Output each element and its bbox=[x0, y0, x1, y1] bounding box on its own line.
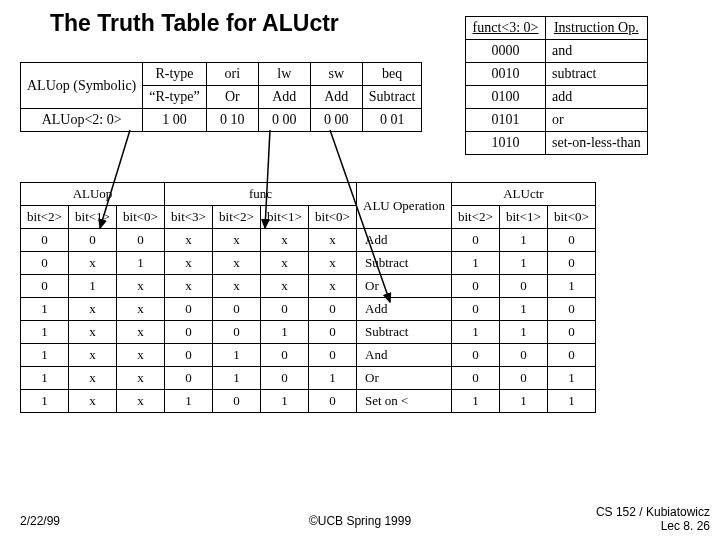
t1-r2-1: Or bbox=[206, 86, 258, 109]
table-cell: x bbox=[165, 275, 213, 298]
funct-table: funct<3: 0> Instruction Op. 0000and 0010… bbox=[465, 16, 648, 155]
table-cell: 0 bbox=[165, 298, 213, 321]
table-cell: x bbox=[309, 252, 357, 275]
t2-r3c0: 0101 bbox=[466, 109, 546, 132]
table-cell: 1 bbox=[547, 390, 595, 413]
t3-sh-9: bit<1> bbox=[499, 206, 547, 229]
table-cell: 0 bbox=[213, 321, 261, 344]
t1-c1: ori bbox=[206, 63, 258, 86]
table-cell: x bbox=[213, 275, 261, 298]
table-cell: 1 bbox=[165, 390, 213, 413]
table-cell: 0 bbox=[165, 367, 213, 390]
table-cell: 0 bbox=[309, 321, 357, 344]
table-cell: 0 bbox=[451, 298, 499, 321]
table-cell: x bbox=[261, 229, 309, 252]
t2-r2c0: 0100 bbox=[466, 86, 546, 109]
table-row: 1xx1010Set on <111 bbox=[21, 390, 596, 413]
table-cell: x bbox=[261, 275, 309, 298]
table-cell: x bbox=[165, 229, 213, 252]
table-cell: 0 bbox=[309, 298, 357, 321]
footer-right-l2: Lec 8. 26 bbox=[661, 519, 710, 533]
table-cell: 1 bbox=[117, 252, 165, 275]
table-cell: 0 bbox=[499, 367, 547, 390]
table-cell: x bbox=[117, 390, 165, 413]
table-row: 1xx0010Subtract110 bbox=[21, 321, 596, 344]
table-cell: 0 bbox=[451, 275, 499, 298]
t2-h1: Instruction Op. bbox=[546, 17, 648, 40]
t3-sh-6: bit<0> bbox=[309, 206, 357, 229]
t2-h1-txt: Instruction Op. bbox=[554, 20, 639, 35]
t1-r2-4: Subtract bbox=[362, 86, 422, 109]
table-cell: 1 bbox=[21, 344, 69, 367]
aluop-symbolic-table: ALUop (Symbolic) R-type ori lw sw beq “R… bbox=[20, 62, 422, 132]
t3-gh-aluctr: ALUctr bbox=[451, 183, 595, 206]
table-cell: x bbox=[69, 344, 117, 367]
t1-r3-3: 0 00 bbox=[310, 109, 362, 132]
t1-r3-0: 1 00 bbox=[143, 109, 207, 132]
table-cell: 0 bbox=[451, 344, 499, 367]
t1-rl0: ALUop (Symbolic) bbox=[27, 78, 136, 93]
table-cell: Or bbox=[357, 275, 452, 298]
table-cell: x bbox=[213, 252, 261, 275]
table-cell: x bbox=[117, 298, 165, 321]
table-cell: 0 bbox=[499, 275, 547, 298]
table-cell: 1 bbox=[213, 367, 261, 390]
table-cell: 1 bbox=[451, 321, 499, 344]
table-cell: x bbox=[69, 252, 117, 275]
table-cell: 1 bbox=[451, 252, 499, 275]
table-cell: x bbox=[69, 321, 117, 344]
t2-h0-txt: funct<3: 0> bbox=[473, 20, 539, 35]
table-cell: x bbox=[213, 229, 261, 252]
table-cell: 0 bbox=[69, 229, 117, 252]
t2-r4c0: 1010 bbox=[466, 132, 546, 155]
table-row: 1xx0101Or001 bbox=[21, 367, 596, 390]
table-row: 1xx0100And000 bbox=[21, 344, 596, 367]
table-cell: x bbox=[165, 252, 213, 275]
table-cell: 1 bbox=[547, 367, 595, 390]
table-cell: 1 bbox=[547, 275, 595, 298]
table-cell: 1 bbox=[261, 321, 309, 344]
table-cell: x bbox=[309, 229, 357, 252]
table-cell: 0 bbox=[261, 298, 309, 321]
table-cell: 0 bbox=[547, 252, 595, 275]
t2-r0c0: 0000 bbox=[466, 40, 546, 63]
table-cell: 1 bbox=[69, 275, 117, 298]
table-row: 000xxxxAdd010 bbox=[21, 229, 596, 252]
t2-r3c1: or bbox=[546, 109, 648, 132]
table-cell: x bbox=[117, 344, 165, 367]
table-cell: 0 bbox=[309, 344, 357, 367]
table-cell: 1 bbox=[21, 367, 69, 390]
table-cell: 1 bbox=[261, 390, 309, 413]
t1-r3-4: 0 01 bbox=[362, 109, 422, 132]
table-cell: 1 bbox=[21, 298, 69, 321]
t3-gh-aluoper: ALU Operation bbox=[357, 183, 452, 229]
t2-r4c1: set-on-less-than bbox=[546, 132, 648, 155]
table-cell: 0 bbox=[165, 321, 213, 344]
table-cell: 0 bbox=[21, 275, 69, 298]
table-cell: 0 bbox=[451, 229, 499, 252]
t2-r1c0: 0010 bbox=[466, 63, 546, 86]
t1-c2: lw bbox=[258, 63, 310, 86]
table-cell: Add bbox=[357, 298, 452, 321]
table-cell: 0 bbox=[213, 390, 261, 413]
truth-table: ALUop func ALU Operation ALUctr bit<2> b… bbox=[20, 182, 596, 413]
t2-r1c1: subtract bbox=[546, 63, 648, 86]
t3-sh-0: bit<2> bbox=[21, 206, 69, 229]
t3-sh-2: bit<0> bbox=[117, 206, 165, 229]
t3-gh-func: func bbox=[165, 183, 357, 206]
table-cell: 1 bbox=[499, 252, 547, 275]
table-cell: 0 bbox=[547, 298, 595, 321]
table-row: 1xx0000Add010 bbox=[21, 298, 596, 321]
table-cell: 0 bbox=[261, 344, 309, 367]
table-cell: Subtract bbox=[357, 321, 452, 344]
table-cell: 0 bbox=[499, 344, 547, 367]
table-cell: 1 bbox=[21, 390, 69, 413]
table-cell: x bbox=[69, 390, 117, 413]
table-cell: 0 bbox=[213, 298, 261, 321]
table-cell: 0 bbox=[547, 229, 595, 252]
table-cell: 1 bbox=[451, 390, 499, 413]
table-cell: 0 bbox=[547, 344, 595, 367]
table-row: 01xxxxxOr001 bbox=[21, 275, 596, 298]
t3-sh-5: bit<1> bbox=[261, 206, 309, 229]
table-cell: Subtract bbox=[357, 252, 452, 275]
